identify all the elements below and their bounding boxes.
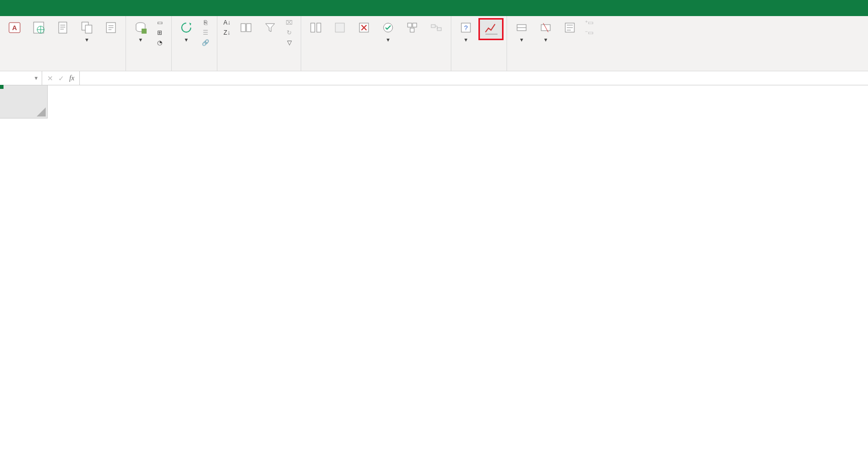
recent-sources-button[interactable]: ◔ — [153, 38, 168, 48]
group-label — [510, 69, 597, 70]
svg-rect-20 — [431, 25, 435, 28]
flash-fill-button — [328, 18, 351, 38]
svg-rect-10 — [241, 24, 245, 32]
from-text-button[interactable] — [51, 18, 74, 38]
cancel-formula-button[interactable]: ✕ — [47, 74, 53, 82]
from-web-button[interactable] — [27, 18, 50, 38]
text-to-columns-button[interactable] — [304, 18, 327, 38]
hide-detail-button: ⁻▭ — [582, 28, 597, 38]
access-icon: A — [7, 20, 23, 36]
show-queries-button[interactable]: ▭ — [153, 18, 168, 28]
svg-rect-17 — [408, 23, 412, 27]
menu-bar — [0, 0, 868, 16]
data-validation-icon — [380, 20, 396, 36]
group-get-transform: ▾ ▭ ⊞ ◔ — [126, 16, 172, 71]
new-query-button[interactable]: ▾ — [129, 18, 152, 45]
filter-icon — [262, 20, 278, 36]
text-to-columns-icon — [308, 20, 324, 36]
insert-function-button[interactable]: fx — [69, 74, 74, 82]
remove-duplicates-button[interactable] — [352, 18, 376, 38]
group-forecast: ? ▾ — [451, 16, 507, 71]
select-all-corner[interactable] — [0, 85, 48, 118]
recent-icon: ◔ — [156, 39, 164, 47]
reapply-filter-button: ↻ — [283, 28, 298, 38]
data-validation-button[interactable]: ▾ — [377, 18, 400, 45]
advanced-filter-button[interactable]: ▽ — [283, 38, 298, 48]
group-external-data: A ▾ — [0, 16, 126, 71]
group-connections: ▾ ⎘ ☰ 🔗 — [172, 16, 217, 71]
connections-button[interactable]: ⎘ — [199, 18, 214, 28]
forecast-sheet-button[interactable] — [478, 18, 504, 40]
svg-rect-2 — [34, 22, 44, 33]
existing-connections-icon — [103, 20, 119, 36]
svg-text:A: A — [12, 24, 17, 32]
accept-formula-button[interactable]: ✓ — [58, 74, 64, 82]
from-other-sources-button[interactable]: ▾ — [75, 18, 98, 45]
text-file-icon — [55, 20, 71, 36]
show-queries-icon: ▭ — [156, 19, 164, 27]
group-icon — [514, 20, 530, 36]
ungroup-button[interactable]: ▾ — [534, 18, 557, 45]
web-icon — [31, 20, 47, 36]
sort-za-button[interactable]: Z↓ — [220, 28, 233, 38]
ribbon-dane: A ▾ ▾ — [0, 16, 868, 71]
svg-text:?: ? — [464, 24, 467, 32]
group-label — [3, 69, 122, 70]
sort-za-icon: Z↓ — [223, 29, 231, 37]
subtotal-icon — [562, 20, 578, 36]
what-if-icon: ? — [458, 20, 474, 36]
table-icon: ⊞ — [156, 29, 164, 37]
group-label — [175, 69, 214, 70]
svg-rect-14 — [335, 23, 344, 32]
svg-rect-9 — [142, 29, 147, 34]
group-sort-filter: A↓ Z↓ ⌧ ↻ ▽ — [217, 16, 301, 71]
sort-az-icon: A↓ — [223, 19, 231, 27]
group-data-tools: ▾ — [301, 16, 451, 71]
hide-detail-icon: ⁻▭ — [585, 29, 593, 37]
svg-rect-21 — [437, 28, 441, 31]
consolidate-button[interactable] — [401, 18, 424, 38]
filter-button[interactable] — [259, 18, 282, 38]
what-if-analysis-button[interactable]: ? ▾ — [454, 18, 477, 45]
group-label — [304, 69, 448, 70]
sort-icon — [238, 20, 254, 36]
group-button[interactable]: ▾ — [510, 18, 533, 45]
clear-icon: ⌧ — [285, 19, 293, 27]
other-sources-icon — [79, 20, 95, 36]
svg-rect-13 — [317, 23, 321, 32]
group-label — [220, 69, 298, 70]
relationships-icon — [428, 20, 444, 36]
chevron-down-icon[interactable]: ▼ — [34, 75, 39, 81]
flash-fill-icon — [332, 20, 348, 36]
sort-button[interactable] — [234, 18, 258, 38]
group-label — [454, 69, 504, 70]
svg-rect-18 — [413, 23, 417, 27]
clear-filter-button: ⌧ — [283, 18, 298, 28]
group-outline: ▾ ▾ ⁺▭ ⁻▭ — [507, 16, 600, 71]
from-table-button[interactable]: ⊞ — [153, 28, 168, 38]
existing-connections-button[interactable] — [99, 18, 122, 38]
new-query-icon — [133, 20, 149, 36]
edit-links-icon: 🔗 — [201, 39, 209, 47]
reapply-icon: ↻ — [285, 29, 293, 37]
relationships-button — [425, 18, 448, 38]
consolidate-icon — [404, 20, 420, 36]
subtotal-button[interactable] — [558, 18, 581, 38]
name-box[interactable]: ▼ — [0, 71, 42, 85]
refresh-icon — [178, 20, 194, 36]
forecast-sheet-icon — [483, 21, 499, 37]
formula-input[interactable] — [80, 71, 868, 85]
edit-links-button: 🔗 — [199, 38, 214, 48]
svg-rect-19 — [410, 28, 414, 32]
formula-bar: ▼ ✕ ✓ fx — [0, 71, 868, 85]
formula-controls: ✕ ✓ fx — [42, 71, 80, 85]
from-access-button[interactable]: A — [3, 18, 26, 38]
remove-duplicates-icon — [356, 20, 372, 36]
sort-az-button[interactable]: A↓ — [220, 18, 233, 28]
show-detail-button: ⁺▭ — [582, 18, 597, 28]
refresh-all-button[interactable]: ▾ — [175, 18, 198, 45]
svg-rect-4 — [59, 22, 67, 33]
svg-rect-12 — [311, 23, 315, 32]
advanced-icon: ▽ — [285, 39, 293, 47]
connections-icon: ⎘ — [201, 19, 209, 27]
